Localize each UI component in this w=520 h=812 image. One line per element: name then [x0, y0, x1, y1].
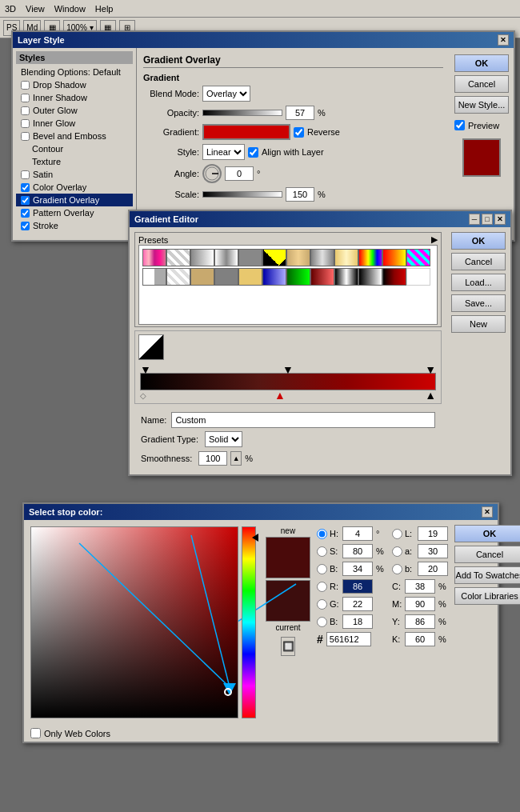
sidebar-item-stroke[interactable]: Stroke [16, 219, 133, 232]
g-input[interactable] [342, 597, 373, 611]
hue-bar[interactable] [242, 526, 256, 718]
b-input[interactable] [342, 562, 373, 576]
hue-radio[interactable] [317, 529, 327, 539]
eyedropper-icon[interactable]: 🔲 [281, 637, 295, 656]
new-style-button[interactable]: New Style... [454, 96, 509, 114]
sidebar-item-pattern-overlay[interactable]: Pattern Overlay [16, 206, 133, 219]
bevel-emboss-checkbox[interactable] [21, 132, 30, 141]
layer-style-close[interactable]: ✕ [498, 34, 509, 46]
k-input[interactable] [405, 632, 435, 646]
l-input[interactable] [418, 526, 448, 541]
ge-load-button[interactable]: Load... [451, 274, 506, 291]
b2-input[interactable] [342, 614, 373, 629]
style-select[interactable]: Linear [202, 144, 245, 160]
r-input[interactable] [342, 579, 373, 594]
gradient-swatch[interactable] [202, 124, 290, 140]
stop-top-mid[interactable]: ▼ [282, 363, 294, 373]
sidebar-item-drop-shadow[interactable]: Drop Shadow [16, 78, 133, 91]
a-radio[interactable] [392, 546, 402, 557]
only-web-colors-checkbox[interactable] [30, 728, 41, 738]
stroke-checkbox[interactable] [21, 222, 30, 230]
preset-24[interactable] [406, 268, 430, 286]
sidebar-item-texture[interactable]: Texture [16, 155, 133, 168]
preset-6[interactable] [262, 249, 286, 266]
preset-3[interactable] [190, 249, 214, 266]
color-picker-close[interactable]: ✕ [482, 506, 493, 518]
gradient-editor-max[interactable]: □ [482, 214, 493, 225]
preset-22[interactable] [358, 268, 382, 286]
a-input[interactable] [418, 544, 448, 558]
menu-help[interactable]: Help [95, 4, 114, 14]
m-input[interactable] [405, 597, 435, 611]
stop-bottom-mid[interactable]: ▲ [274, 389, 286, 402]
gradient-editor-min[interactable]: ─ [469, 214, 480, 225]
pattern-overlay-checkbox[interactable] [21, 209, 30, 218]
r-radio[interactable] [317, 582, 327, 592]
preset-23[interactable] [382, 268, 406, 286]
menu-view[interactable]: View [26, 4, 45, 14]
preset-5[interactable] [238, 249, 262, 266]
blend-mode-select[interactable]: Overlay [202, 86, 250, 102]
gradient-editor-close[interactable]: ✕ [494, 214, 506, 225]
preview-checkbox[interactable] [454, 120, 465, 130]
sidebar-item-satin[interactable]: Satin [16, 168, 133, 181]
preset-11[interactable] [382, 249, 406, 266]
angle-input[interactable] [225, 166, 254, 181]
l-radio[interactable] [392, 529, 402, 539]
ge-new-button[interactable]: New [451, 315, 506, 333]
align-checkbox[interactable] [248, 147, 258, 158]
scale-slider[interactable] [202, 191, 282, 198]
sidebar-item-outer-glow[interactable]: Outer Glow [16, 104, 133, 117]
preset-20[interactable] [310, 268, 334, 286]
preset-16[interactable] [214, 268, 238, 286]
stop-mid-diamond[interactable]: ◇ [140, 391, 146, 400]
smoothness-spinner[interactable]: ▲ [230, 451, 242, 466]
preset-13[interactable] [142, 268, 166, 286]
sidebar-item-inner-glow[interactable]: Inner Glow [16, 117, 133, 130]
preset-1[interactable] [142, 249, 166, 266]
sidebar-item-inner-shadow[interactable]: Inner Shadow [16, 91, 133, 104]
sidebar-item-bevel-emboss[interactable]: Bevel and Emboss [16, 130, 133, 142]
gradient-overlay-checkbox[interactable] [21, 196, 30, 205]
cp-cancel-button[interactable]: Cancel [454, 546, 520, 563]
b3-radio[interactable] [392, 564, 402, 574]
drop-shadow-checkbox[interactable] [21, 81, 30, 90]
cancel-button[interactable]: Cancel [454, 75, 509, 93]
menu-window[interactable]: Window [54, 4, 86, 14]
s-radio[interactable] [317, 546, 327, 557]
angle-dial[interactable] [202, 164, 222, 183]
color-overlay-checkbox[interactable] [21, 183, 30, 192]
s-input[interactable] [342, 544, 373, 558]
preset-9[interactable] [334, 249, 358, 266]
sidebar-item-blending[interactable]: Blending Options: Default [16, 66, 133, 78]
inner-shadow-checkbox[interactable] [21, 94, 30, 102]
sidebar-item-color-overlay[interactable]: Color Overlay [16, 181, 133, 194]
cp-ok-button[interactable]: OK [454, 525, 520, 542]
preset-2[interactable] [166, 249, 190, 266]
preset-18[interactable] [262, 268, 286, 286]
sidebar-item-gradient-overlay[interactable]: Gradient Overlay [16, 194, 133, 206]
gradient-type-select[interactable]: Solid [205, 431, 242, 447]
preset-8[interactable] [310, 249, 334, 266]
presets-arrow[interactable]: ▶ [431, 234, 438, 245]
h-input[interactable] [342, 526, 373, 541]
name-input[interactable] [171, 412, 435, 428]
smoothness-input[interactable] [198, 451, 227, 466]
stop-top-left[interactable]: ▼ [140, 363, 151, 373]
sidebar-item-contour[interactable]: Contour [16, 142, 133, 155]
opacity-slider[interactable] [202, 110, 282, 116]
preset-21[interactable] [334, 268, 358, 286]
ge-save-button[interactable]: Save... [451, 294, 506, 312]
preset-17[interactable] [238, 268, 262, 286]
preset-12[interactable] [406, 249, 430, 266]
c-input[interactable] [405, 579, 435, 594]
menu-3d[interactable]: 3D [5, 4, 16, 14]
outer-glow-checkbox[interactable] [21, 106, 30, 115]
inner-glow-checkbox[interactable] [21, 119, 30, 128]
satin-checkbox[interactable] [21, 170, 30, 179]
y-input[interactable] [405, 614, 435, 629]
scale-input[interactable] [286, 187, 314, 202]
reverse-checkbox[interactable] [294, 127, 304, 138]
ok-button[interactable]: OK [454, 54, 509, 72]
stop-bottom-right[interactable]: ▲ [425, 389, 436, 402]
